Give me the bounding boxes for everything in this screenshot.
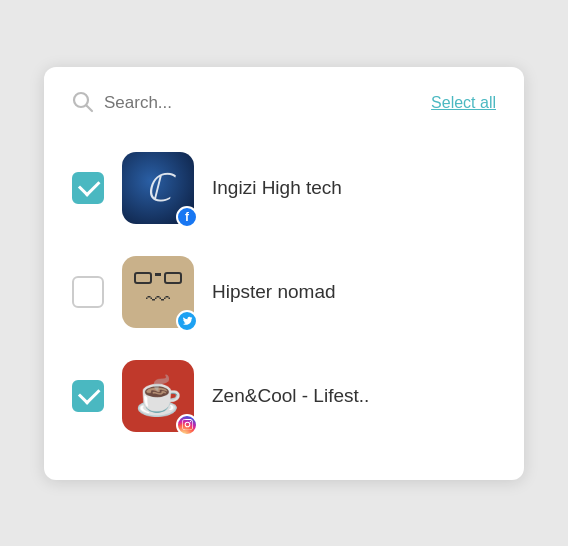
svg-line-1 (87, 105, 93, 111)
list-item: ℂ f Ingizi High tech (72, 136, 496, 240)
item-label-ingizi: Ingizi High tech (212, 177, 342, 199)
search-row: Select all (72, 91, 496, 116)
search-icon (72, 91, 94, 116)
selection-card: Select all ℂ f Ingizi High tech (44, 67, 524, 480)
item-label-zen: Zen&Cool - Lifest.. (212, 385, 369, 407)
select-all-button[interactable]: Select all (431, 94, 496, 112)
app-icon-wrap-ingizi: ℂ f (122, 152, 194, 224)
checkbox-ingizi[interactable] (72, 172, 104, 204)
glass-lens-left (134, 272, 152, 284)
badge-twitter-icon (176, 310, 198, 332)
app-icon-wrap-hipster: 〰 (122, 256, 194, 328)
icon-ingizi-letter: ℂ (145, 166, 172, 210)
search-input[interactable] (104, 93, 284, 113)
list-item: 〰 Hipster nomad (72, 240, 496, 344)
glasses-icon (134, 272, 182, 284)
badge-instagram-icon (176, 414, 198, 436)
item-label-hipster: Hipster nomad (212, 281, 336, 303)
mustache-icon: 〰 (146, 288, 170, 312)
glass-lens-right (164, 272, 182, 284)
checkbox-zen[interactable] (72, 380, 104, 412)
mug-icon: ☕ (135, 374, 182, 418)
item-list: ℂ f Ingizi High tech 〰 (72, 136, 496, 448)
search-left (72, 91, 431, 116)
glass-bridge (155, 273, 161, 276)
checkbox-hipster[interactable] (72, 276, 104, 308)
badge-facebook-icon: f (176, 206, 198, 228)
list-item: ☕ Zen&Cool - Lifest.. (72, 344, 496, 448)
app-icon-wrap-zen: ☕ (122, 360, 194, 432)
